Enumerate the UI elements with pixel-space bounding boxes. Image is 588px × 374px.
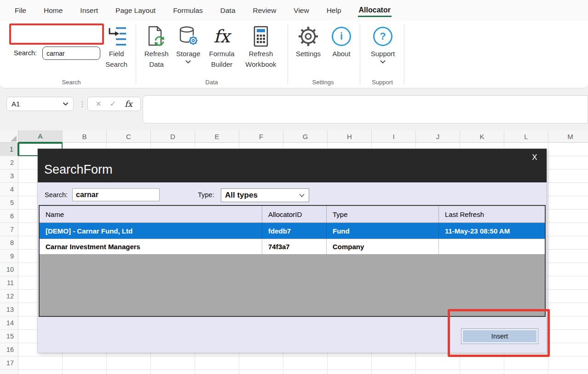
support-question-icon: ? [373, 27, 392, 46]
header-type[interactable]: Type [327, 206, 439, 222]
refresh-data-icon [146, 25, 167, 47]
formula-input[interactable] [143, 95, 588, 123]
tab-review[interactable]: Review [252, 5, 277, 17]
header-allocatorid[interactable]: AllocatorID [262, 206, 327, 222]
dialog-close-icon[interactable]: X [530, 152, 540, 163]
table-row-selected[interactable]: [DEMO] - Carnar Fund, Ltd fdedb7 Fund 11… [40, 223, 545, 239]
support-dropdown-chevron[interactable] [380, 60, 386, 64]
column-header-a[interactable]: A [18, 130, 63, 143]
formula-builder-icon: fx [213, 25, 230, 47]
cancel-icon[interactable]: × [96, 99, 101, 109]
name-box-chevron-icon[interactable] [63, 102, 69, 106]
name-box-value: A1 [12, 100, 63, 108]
ribbon-group-divider [360, 24, 360, 84]
insert-function-icon[interactable]: fx [125, 99, 133, 109]
column-header-h[interactable]: H [328, 130, 372, 143]
column-header-e[interactable]: E [195, 130, 239, 143]
row-header-11[interactable]: 11 [0, 276, 18, 290]
row-header-6[interactable]: 6 [0, 210, 18, 223]
tab-help[interactable]: Help [326, 5, 342, 17]
row-header-18[interactable]: 18 [0, 370, 18, 374]
column-header-b[interactable]: B [63, 130, 107, 143]
insert-highlight-box [448, 309, 550, 357]
storage-dropdown-chevron[interactable] [185, 60, 191, 64]
tab-data[interactable]: Data [219, 5, 236, 17]
tab-file[interactable]: File [14, 5, 27, 17]
group-label-search: Search [44, 79, 99, 86]
tab-page-layout[interactable]: Page Layout [115, 5, 156, 17]
menu-bar: File Home Insert Page Layout Formulas Da… [0, 0, 588, 21]
ribbon-search-label: Search: [14, 49, 37, 57]
table-row[interactable]: Carnar Investment Managers 74f3a7 Compan… [40, 239, 545, 255]
column-header-c[interactable]: C [107, 130, 151, 143]
select-all-corner[interactable] [0, 130, 18, 143]
cell-name: Carnar Investment Managers [40, 239, 262, 254]
row-header-13[interactable]: 13 [0, 303, 18, 316]
row-header-1[interactable]: 1 [0, 143, 18, 156]
row-header-12[interactable]: 12 [0, 290, 18, 303]
column-header-f[interactable]: F [239, 130, 283, 143]
ribbon: Search: carnar Field Search [0, 21, 588, 88]
dialog-search-input[interactable]: carnar [72, 188, 160, 201]
confirm-icon[interactable]: ✓ [110, 99, 116, 109]
about-button[interactable]: i About [328, 25, 355, 59]
refresh-workbook-icon [253, 25, 269, 47]
row-header-2[interactable]: 2 [0, 156, 18, 169]
formula-bar-buttons: × ✓ fx [87, 97, 141, 111]
tab-insert[interactable]: Insert [79, 5, 99, 17]
dialog-title-bar[interactable]: SearchForm [38, 149, 547, 182]
name-box[interactable]: A1 [6, 97, 74, 111]
results-header-row: Name AllocatorID Type Last Refresh [40, 206, 545, 223]
row-header-15[interactable]: 15 [0, 330, 18, 343]
settings-gear-icon [298, 25, 319, 47]
refresh-workbook-button[interactable]: Refresh Workbook [238, 25, 283, 70]
row-header-7[interactable]: 7 [0, 223, 18, 236]
ribbon-group-divider [288, 24, 288, 84]
ribbon-search-input[interactable]: carnar [42, 47, 100, 60]
column-header-d[interactable]: D [151, 130, 195, 143]
tab-view[interactable]: View [293, 5, 310, 17]
support-label: Support [371, 48, 395, 59]
formula-builder-label: Formula Builder [205, 48, 238, 70]
row-header-10[interactable]: 10 [0, 263, 18, 276]
tab-formulas[interactable]: Formulas [172, 5, 204, 17]
field-search-label: Field Search [101, 48, 132, 70]
column-header-i[interactable]: I [372, 130, 416, 143]
tab-allocator[interactable]: Allocator [358, 4, 392, 17]
settings-button[interactable]: Settings [292, 25, 325, 59]
storage-icon [177, 25, 199, 47]
row-header-5[interactable]: 5 [0, 196, 18, 210]
header-last-refresh[interactable]: Last Refresh [439, 206, 545, 222]
column-header-g[interactable]: G [283, 130, 328, 143]
column-header-m[interactable]: M [548, 130, 588, 143]
row-headers: 1 2 3 4 5 6 7 8 9 10 11 12 13 14 15 16 1… [0, 143, 18, 374]
formula-builder-button[interactable]: fx Formula Builder [205, 25, 238, 70]
group-label-support: Support [355, 79, 410, 86]
row-header-17[interactable]: 17 [0, 356, 18, 370]
dialog-title: SearchForm [44, 163, 113, 177]
row-header-14[interactable]: 14 [0, 316, 18, 330]
dialog-type-select[interactable]: All types [221, 188, 309, 202]
column-header-k[interactable]: K [460, 130, 504, 143]
support-button[interactable]: ? Support [366, 25, 399, 64]
row-header-9[interactable]: 9 [0, 250, 18, 263]
column-header-j[interactable]: J [416, 130, 460, 143]
formula-bar-dots-icon[interactable]: ⋮ [79, 97, 86, 111]
row-header-4[interactable]: 4 [0, 183, 18, 196]
cell-name: [DEMO] - Carnar Fund, Ltd [40, 223, 262, 239]
field-search-button[interactable]: Field Search [101, 25, 132, 70]
storage-button[interactable]: Storage [173, 25, 203, 64]
row-header-8[interactable]: 8 [0, 236, 18, 250]
row-header-3[interactable]: 3 [0, 169, 18, 183]
refresh-data-button[interactable]: Refresh Data [139, 25, 173, 70]
column-header-l[interactable]: L [504, 130, 548, 143]
header-name[interactable]: Name [40, 206, 262, 222]
excel-window: File Home Insert Page Layout Formulas Da… [0, 0, 588, 374]
dialog-search-label: Search: [45, 191, 68, 199]
refresh-data-label: Refresh Data [139, 48, 173, 70]
settings-label: Settings [296, 48, 321, 59]
search-highlight-box [9, 23, 104, 45]
row-header-16[interactable]: 16 [0, 343, 18, 356]
group-label-data: Data [184, 79, 239, 86]
tab-home[interactable]: Home [43, 5, 63, 17]
